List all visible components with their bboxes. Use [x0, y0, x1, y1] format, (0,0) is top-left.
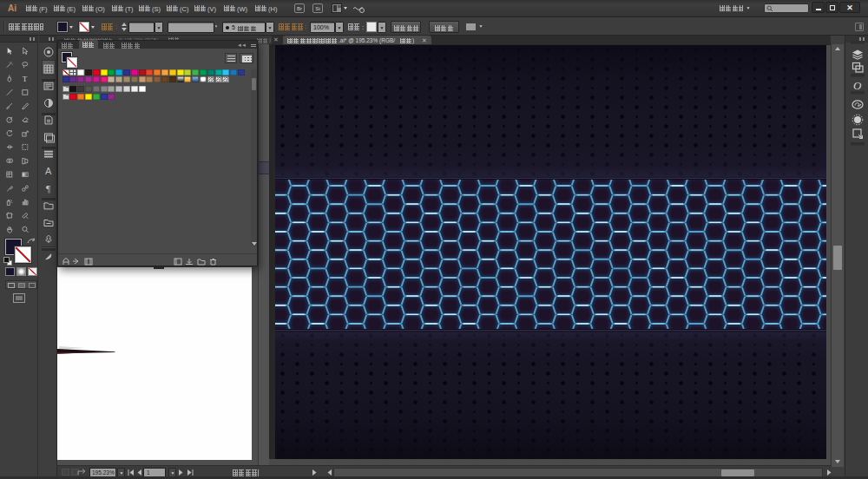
svg-text:T: T	[23, 75, 28, 83]
svg-text:¶: ¶	[46, 183, 50, 194]
svg-text:O: O	[853, 79, 862, 92]
svg-text:A: A	[45, 166, 52, 176]
